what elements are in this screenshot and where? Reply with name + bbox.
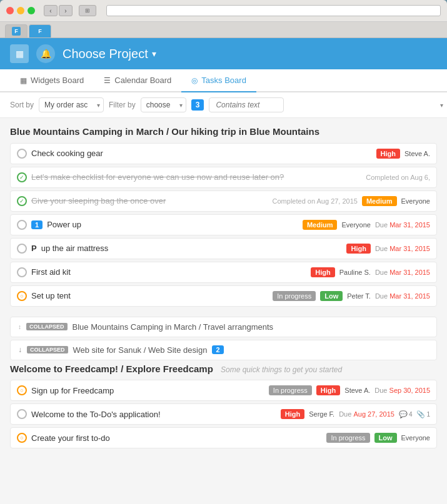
due-date: Aug 27, 2015	[353, 410, 394, 418]
task-checkbox[interactable]: ○	[17, 291, 27, 301]
number-badge-2: 2	[212, 345, 223, 354]
main-content: Blue Mountains Camping in March / Our hi…	[0, 118, 447, 504]
group-title-freedcamp: Welcome to Freedcamp! / Explore Freedcam…	[10, 363, 437, 375]
completed-text: Completed on Aug 27, 2015	[273, 197, 358, 205]
calendar-icon: ☰	[104, 76, 111, 85]
person-tag: Everyone	[401, 434, 430, 442]
task-meta: Due Mar 31, 2015	[375, 221, 430, 229]
person-tag: Peter T.	[347, 292, 371, 300]
task-checkbox[interactable]: ○	[17, 385, 27, 395]
sort-select-wrapper: My order asc ▾	[39, 97, 104, 112]
down-arrow-icon[interactable]: ↓	[18, 345, 22, 354]
window-chrome: ‹ › ⊞	[0, 0, 447, 22]
collapsed-title: Blue Mountains Camping in March / Travel…	[73, 322, 274, 332]
due-date: Mar 31, 2015	[389, 245, 430, 252]
collapsed-group-sanuk[interactable]: ↓ COLLAPSED Web site for Sanuk / Web Sit…	[10, 340, 437, 360]
collapsed-title: Web site for Sanuk / Web Site design	[73, 345, 208, 355]
task-item[interactable]: First aid kit High Pauline S. Due Mar 31…	[10, 262, 437, 283]
task-checkbox[interactable]	[17, 149, 27, 159]
tab-tasks-board[interactable]: ◎ Tasks Board	[181, 69, 256, 92]
task-text: Set up tent	[31, 291, 268, 300]
app-container: ▦ 🔔 Choose Project ▾ ▦ Widgets Board ☰ C…	[0, 38, 447, 504]
task-checkbox[interactable]: ✓	[17, 172, 27, 182]
priority-tag: High	[316, 385, 340, 395]
task-item[interactable]: ○ Sign up for Freedcamp In progress High…	[10, 380, 437, 401]
task-text: First aid kit	[31, 267, 306, 277]
task-checkbox[interactable]	[17, 244, 27, 254]
collapsed-badge: COLLAPSED	[26, 323, 68, 330]
task-meta: Due Aug 27, 2015	[339, 410, 394, 418]
back-button[interactable]: ‹	[44, 5, 58, 16]
task-prefix: P	[31, 244, 37, 253]
priority-tag: High	[346, 244, 370, 254]
text-filter-input[interactable]	[209, 97, 284, 112]
close-button[interactable]	[6, 7, 14, 14]
file-count: 📎 1	[416, 410, 430, 418]
collapsed-group-travel[interactable]: ↕ COLLAPSED Blue Mountains Camping in Ma…	[10, 317, 437, 337]
tab-widgets-board[interactable]: ▦ Widgets Board	[10, 69, 94, 92]
comment-count: 💬 4	[399, 410, 413, 418]
task-item[interactable]: Check cooking gear High Steve A.	[10, 143, 437, 164]
person-tag: Pauline S.	[339, 269, 371, 276]
priority-tag: High	[311, 267, 334, 277]
filter-select[interactable]: choose	[141, 97, 186, 112]
task-item[interactable]: 1 Power up Medium Everyone Due Mar 31, 2…	[10, 214, 437, 235]
address-bar[interactable]	[106, 5, 441, 16]
priority-tag: High	[376, 149, 400, 159]
task-checkbox[interactable]: ○	[17, 433, 27, 443]
nav-arrows: ‹ ›	[44, 5, 73, 16]
browser-tab-1[interactable]: F	[5, 24, 28, 37]
task-item[interactable]: ○ Create your first to-do In progress Lo…	[10, 427, 437, 448]
forward-button[interactable]: ›	[59, 5, 73, 16]
due-date: Mar 31, 2015	[389, 292, 430, 300]
tasks-icon: ◎	[191, 76, 198, 85]
task-item[interactable]: ✓ Let's make checklist for everyone we c…	[10, 167, 437, 188]
filter-extra-arrow: ▾	[440, 102, 443, 109]
task-text: Power up	[47, 220, 298, 229]
maximize-button[interactable]	[28, 7, 35, 14]
toolbar: Sort by My order asc ▾ Filter by choose …	[0, 92, 447, 118]
task-text: Give your sleeping bag the once over	[31, 196, 268, 205]
person-tag: Steve A.	[344, 387, 370, 394]
sort-label: Sort by	[10, 101, 34, 109]
task-checkbox[interactable]	[17, 220, 27, 230]
task-item[interactable]: Welcome to the To-Do's application! High…	[10, 403, 437, 425]
grid-icon[interactable]: ▦	[10, 44, 29, 63]
task-checkbox[interactable]	[17, 267, 27, 277]
collapsed-badge: COLLAPSED	[27, 346, 68, 353]
group-title-1: Blue Mountains Camping in March / Our hi…	[10, 126, 437, 138]
tab-calendar-board[interactable]: ☰ Calendar Board	[94, 69, 181, 92]
task-item[interactable]: ○ Set up tent In progress Low Peter T. D…	[10, 285, 437, 307]
project-selector[interactable]: Choose Project ▾	[63, 47, 156, 61]
bell-icon[interactable]: 🔔	[36, 44, 55, 63]
tab-favicon-2: F	[36, 27, 44, 36]
traffic-lights	[6, 7, 35, 14]
tab-widgets-label: Widgets Board	[31, 76, 84, 85]
task-checkbox[interactable]: ✓	[17, 196, 27, 206]
minimize-button[interactable]	[17, 7, 24, 14]
task-text: Create your first to-do	[31, 433, 322, 443]
task-text: Welcome to the To-Do's application!	[31, 410, 276, 419]
person-tag: Everyone	[341, 221, 370, 229]
priority-tag: Low	[374, 433, 397, 443]
filter-select-wrapper: choose ▾	[141, 97, 186, 112]
task-group-freedcamp: Welcome to Freedcamp! / Explore Freedcam…	[10, 363, 437, 449]
layout-button[interactable]: ⊞	[79, 5, 96, 16]
task-text: Sign up for Freedcamp	[31, 386, 264, 395]
app-header: ▦ 🔔 Choose Project ▾	[0, 38, 447, 69]
everyone-tag: Everyone	[401, 197, 430, 205]
task-item[interactable]: P up the air mattress High Due Mar 31, 2…	[10, 238, 437, 259]
chevron-down-icon: ▾	[152, 49, 156, 59]
due-date: Mar 31, 2015	[389, 221, 430, 229]
widgets-icon: ▦	[20, 76, 27, 85]
status-tag: In progress	[326, 433, 369, 443]
task-checkbox[interactable]	[17, 409, 27, 419]
expand-icon[interactable]: ↕	[18, 324, 21, 330]
tab-calendar-label: Calendar Board	[114, 76, 171, 85]
sort-select[interactable]: My order asc	[39, 97, 104, 112]
task-group-1: Blue Mountains Camping in March / Our hi…	[10, 126, 437, 307]
completed-text: Completed on Aug 6,	[366, 174, 430, 181]
task-item[interactable]: ✓ Give your sleeping bag the once over C…	[10, 190, 437, 212]
task-text: up the air mattress	[41, 244, 343, 253]
browser-tab-2[interactable]: F	[29, 24, 51, 37]
